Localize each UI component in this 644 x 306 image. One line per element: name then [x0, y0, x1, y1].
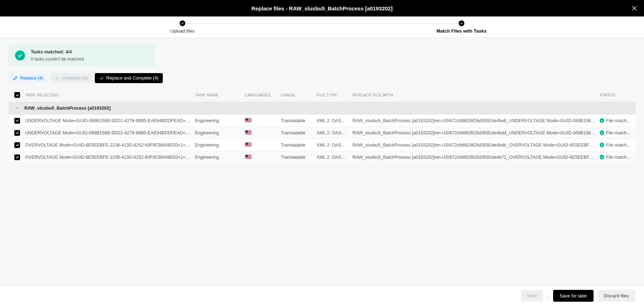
cell-task-selected: UNDERVOLTAGE Mode=GUID-089B156B-5DD1-427… [23, 118, 193, 123]
titlebar: Replace files - RAW_slusbu5_BatchProcess… [0, 0, 644, 16]
row-select-cell[interactable] [11, 130, 23, 136]
cell-languages [243, 118, 279, 123]
step-match-files[interactable]: Match Files with Tasks [322, 20, 601, 34]
check-icon [15, 93, 19, 97]
table-row[interactable]: UNDERVOLTAGE Mode=GUID-089B156B-5DD1-427… [9, 115, 635, 127]
dialog-title: Replace files - RAW_slusbu5_BatchProcess… [252, 5, 392, 11]
close-icon [631, 5, 638, 11]
select-all-cell[interactable] [11, 92, 23, 98]
chevron-down-icon [15, 106, 19, 110]
cell-languages [243, 130, 279, 135]
cell-replace-with: RAW_slusbu5_BatchProcess [a0193202]/en-U… [350, 130, 597, 135]
complete-label: Complete (4) [62, 76, 88, 81]
step-upload-files[interactable]: Upload files [43, 20, 322, 34]
success-icon [15, 51, 25, 61]
cell-status: File match... [597, 130, 633, 135]
action-bar: Replace (4) Complete (4) Replace and Com… [9, 73, 635, 83]
cell-file-type: XML 2: OAS... [314, 143, 350, 148]
edit-icon [13, 76, 18, 81]
main-content: Tasks matched: 4/4 0 tasks couldn't be m… [0, 38, 644, 285]
success-icon [600, 155, 604, 159]
next-button[interactable]: Next [521, 290, 543, 302]
cell-replace-with: RAW_slusbu5_BatchProcess [a0193202]/en-U… [350, 118, 597, 123]
select-all-checkbox[interactable] [14, 92, 20, 98]
replace-button[interactable]: Replace (4) [9, 73, 48, 83]
col-languages[interactable]: LANGUAGES [243, 93, 279, 97]
cell-file-type: XML 2: OAS... [314, 130, 350, 135]
step-connector [182, 23, 462, 24]
banner-subtitle: 0 tasks couldn't be matched. [31, 57, 85, 62]
cell-replace-with: RAW_slusbu5_BatchProcess [a0193202]/en-U… [350, 155, 597, 160]
check-circle-icon [459, 20, 464, 26]
cell-usage: Translatable [279, 118, 314, 123]
col-task-name[interactable]: TASK NAME [193, 93, 243, 97]
status-text: File match... [606, 155, 630, 160]
step-label: Match Files with Tasks [436, 28, 487, 34]
check-icon [15, 119, 19, 123]
table-row[interactable]: OVERVOLTAGE Mode=GUID-6E5EEBFE-2236-413D… [9, 151, 635, 163]
step-label: Upload files [170, 28, 195, 34]
table-row[interactable]: OVERVOLTAGE Mode=GUID-6E5EEBFE-2236-413D… [9, 139, 635, 151]
row-checkbox[interactable] [14, 142, 20, 148]
cell-usage: Translatable [279, 155, 314, 160]
row-select-cell[interactable] [11, 118, 23, 124]
replace-and-complete-button[interactable]: Replace and Complete (4) [95, 73, 163, 83]
save-for-later-button[interactable]: Save for later [553, 290, 594, 302]
cell-task-name: Engineering [193, 155, 243, 160]
success-icon [600, 118, 604, 123]
cell-status: File match... [597, 155, 633, 160]
footer-bar: Next | Save for later Discard files [0, 285, 644, 306]
success-icon [600, 130, 604, 135]
row-select-cell[interactable] [11, 154, 23, 160]
check-icon [15, 131, 19, 135]
col-task-selected[interactable]: TASK SELECTED [23, 93, 193, 97]
table-header-row: TASK SELECTED TASK NAME LANGUAGES USAGE … [9, 88, 635, 102]
cell-status: File match... [597, 118, 633, 123]
cell-task-name: Engineering [193, 143, 243, 148]
col-replace-with[interactable]: REPLACE FILE WITH [350, 93, 597, 97]
match-summary-banner: Tasks matched: 4/4 0 tasks couldn't be m… [9, 44, 155, 67]
col-file-type[interactable]: FILE TYPE [314, 93, 350, 97]
success-icon [600, 143, 604, 147]
row-checkbox[interactable] [14, 130, 20, 136]
cell-task-selected: OVERVOLTAGE Mode=GUID-6E5EEBFE-2236-413D… [23, 143, 193, 148]
check-icon [15, 155, 19, 159]
check-icon [99, 76, 104, 81]
row-checkbox[interactable] [14, 154, 20, 160]
us-flag-icon [245, 154, 252, 159]
col-usage[interactable]: USAGE [279, 93, 314, 97]
cell-task-selected: OVERVOLTAGE Mode=GUID-6E5EEBFE-2236-413D… [23, 155, 193, 160]
close-button[interactable] [631, 5, 638, 11]
row-checkbox[interactable] [14, 118, 20, 124]
status-text: File match... [606, 143, 630, 148]
cell-status: File match... [597, 143, 633, 148]
stepper: Upload files Match Files with Tasks [0, 16, 644, 38]
complete-button[interactable]: Complete (4) [50, 73, 92, 83]
cell-languages [243, 142, 279, 148]
cell-replace-with: RAW_slusbu5_BatchProcess [a0193202]/en-U… [350, 143, 597, 148]
cell-task-name: Engineering [193, 118, 243, 123]
cell-usage: Translatable [279, 130, 314, 135]
us-flag-icon [245, 142, 252, 147]
group-header[interactable]: RAW_slusbu5_BatchProcess [a0193202] [9, 102, 635, 115]
row-select-cell[interactable] [11, 142, 23, 148]
us-flag-icon [245, 130, 252, 134]
cell-languages [243, 154, 279, 160]
footer-divider: | [547, 293, 548, 298]
discard-files-button[interactable]: Discard files [597, 290, 635, 302]
status-text: File match... [606, 118, 630, 123]
banner-title: Tasks matched: 4/4 [31, 49, 85, 54]
check-icon [15, 143, 19, 147]
check-icon [55, 76, 60, 81]
cell-task-selected: UNDERVOLTAGE Mode=GUID-089B156B-5DD1-427… [23, 130, 193, 135]
collapse-toggle[interactable] [11, 106, 23, 110]
group-name: RAW_slusbu5_BatchProcess [a0193202] [23, 106, 633, 111]
cell-file-type: XML 2: OAS... [314, 155, 350, 160]
check-circle-icon [180, 20, 185, 26]
col-status[interactable]: STATUS [597, 93, 633, 97]
tasks-table: TASK SELECTED TASK NAME LANGUAGES USAGE … [9, 88, 635, 163]
table-row[interactable]: UNDERVOLTAGE Mode=GUID-089B156B-5DD1-427… [9, 127, 635, 139]
replace-label: Replace (4) [20, 76, 43, 81]
status-text: File match... [606, 130, 630, 135]
cell-usage: Translatable [279, 143, 314, 148]
